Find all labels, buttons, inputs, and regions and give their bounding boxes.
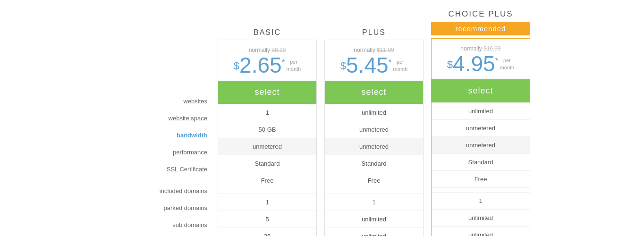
- plan-header-choice-plus: CHOICE PLUSrecommended: [431, 5, 530, 38]
- dollar-sign-plus: $: [340, 60, 346, 72]
- feature-cell-plus-parked_domains: unlimited: [325, 211, 423, 228]
- feature-cell-plus-website_space: unmetered: [325, 121, 423, 138]
- label-parked_domains: parked domains: [112, 199, 211, 216]
- per-month-plus: permonth: [393, 59, 408, 72]
- label-performance: performance: [112, 143, 211, 160]
- feature-cell-choice-plus-parked_domains: unlimited: [432, 209, 530, 226]
- plan-card-plus: normally $11.99$5.45*permonthselectunlim…: [324, 40, 424, 236]
- dollar-sign-basic: $: [234, 60, 239, 72]
- feature-cell-basic-included_domains: 1: [218, 194, 316, 211]
- plan-col-basic: BASICnormally $8.99$2.65*permonthselect1…: [218, 24, 317, 236]
- per-month-choice-plus: permonth: [500, 57, 515, 71]
- feature-cell-plus-bandwidth: unmetered: [325, 138, 423, 155]
- feature-cell-basic-bandwidth: unmetered: [218, 138, 316, 155]
- recommended-badge: recommended: [431, 22, 530, 35]
- plan-card-choice-plus: normally $16.99$4.95*permonthselectunlim…: [431, 38, 530, 236]
- price-row-basic: $2.65*permonth: [223, 54, 312, 76]
- label-ssl_certificate: SSL Certificate: [112, 160, 211, 177]
- features-grid-choice-plus: unlimitedunmeteredunmeteredStandardFree1…: [432, 102, 530, 236]
- plan-header-basic: BASIC: [218, 24, 317, 40]
- label-websites: websites: [112, 93, 211, 110]
- plan-col-choice-plus: CHOICE PLUSrecommendednormally $16.99$4.…: [431, 5, 530, 236]
- feature-cell-choice-plus-bandwidth: unmetered: [432, 136, 530, 153]
- pricing-area-plus: normally $11.99$5.45*permonth: [325, 40, 423, 81]
- feature-cell-basic-website_space: 50 GB: [218, 121, 316, 138]
- price-star-choice-plus: *: [495, 56, 499, 66]
- pricing-area-choice-plus: normally $16.99$4.95*permonth: [432, 39, 530, 79]
- select-button-choice-plus[interactable]: select: [432, 79, 530, 102]
- select-button-plus[interactable]: select: [325, 81, 423, 104]
- feature-cell-plus-sub_domains: unlimited: [325, 228, 423, 236]
- feature-cell-choice-plus-websites: unlimited: [432, 102, 530, 119]
- plan-name-plus: PLUS: [324, 28, 424, 37]
- feature-cell-basic-websites: 1: [218, 104, 316, 121]
- plan-col-plus: PLUSnormally $11.99$5.45*permonthselectu…: [324, 24, 424, 236]
- feature-cell-basic-performance: Standard: [218, 155, 316, 172]
- price-star-plus: *: [389, 58, 392, 67]
- feature-cell-plus-included_domains: 1: [325, 194, 423, 211]
- plan-card-basic: normally $8.99$2.65*permonthselect150 GB…: [218, 40, 317, 236]
- plan-header-plus: PLUS: [324, 24, 424, 40]
- feature-cell-plus-ssl_certificate: Free: [325, 172, 423, 189]
- plans-container: websiteswebsite spacebandwidthperformanc…: [19, 24, 625, 236]
- feature-cell-plus-performance: Standard: [325, 155, 423, 172]
- plan-name-basic: BASIC: [218, 28, 317, 37]
- price-star-basic: *: [282, 58, 285, 67]
- label-included_domains: included domains: [112, 182, 211, 199]
- label-sub_domains: sub domains: [112, 216, 211, 233]
- feature-cell-choice-plus-ssl_certificate: Free: [432, 170, 530, 187]
- price-main-choice-plus: 4.95: [453, 53, 495, 75]
- normally-text-choice-plus: normally $16.99: [436, 45, 525, 52]
- feature-cell-choice-plus-performance: Standard: [432, 153, 530, 170]
- normally-text-basic: normally $8.99: [223, 47, 312, 53]
- features-grid-plus: unlimitedunmeteredunmeteredStandardFree1…: [325, 104, 423, 236]
- pricing-area-basic: normally $8.99$2.65*permonth: [218, 40, 316, 81]
- per-month-basic: permonth: [287, 59, 301, 72]
- feature-cell-basic-sub_domains: 25: [218, 228, 316, 236]
- feature-cell-choice-plus-sub_domains: unlimited: [432, 226, 530, 236]
- feature-cell-basic-ssl_certificate: Free: [218, 172, 316, 189]
- feature-cell-basic-parked_domains: 5: [218, 211, 316, 228]
- select-button-basic[interactable]: select: [218, 81, 316, 104]
- feature-cell-choice-plus-website_space: unmetered: [432, 119, 530, 136]
- label-website_space: website space: [112, 110, 211, 126]
- normally-text-plus: normally $11.99: [330, 47, 418, 53]
- features-grid-basic: 150 GBunmeteredStandardFree15255: [218, 104, 316, 236]
- dollar-sign-choice-plus: $: [447, 59, 453, 71]
- label-bandwidth: bandwidth: [112, 126, 211, 143]
- price-main-basic: 2.65: [239, 54, 282, 76]
- price-row-plus: $5.45*permonth: [330, 54, 418, 76]
- price-main-plus: 5.45: [346, 54, 389, 76]
- feature-cell-plus-websites: unlimited: [325, 104, 423, 121]
- plan-name-choice-plus: CHOICE PLUS: [431, 9, 530, 19]
- price-row-choice-plus: $4.95*permonth: [436, 53, 525, 75]
- feature-cell-choice-plus-included_domains: 1: [432, 192, 530, 209]
- feature-labels-column: websiteswebsite spacebandwidthperformanc…: [112, 24, 216, 236]
